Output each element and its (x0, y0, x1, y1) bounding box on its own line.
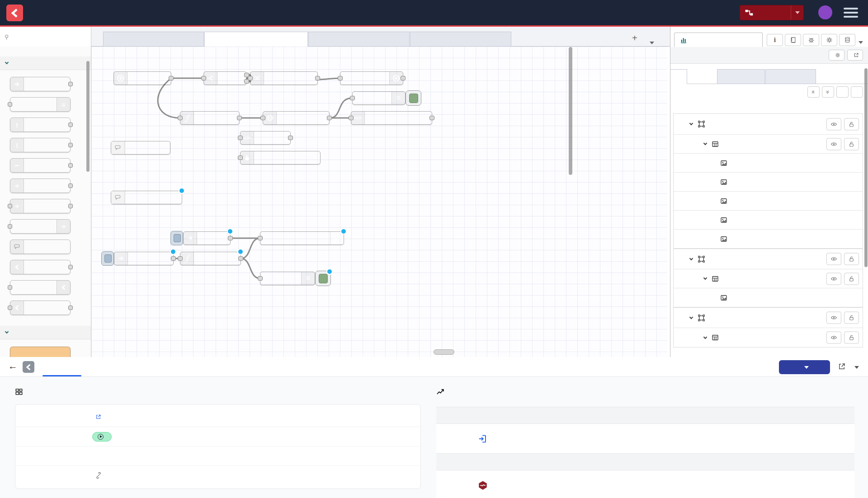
chain-link-icon[interactable] (95, 472, 102, 479)
tree-widget-template[interactable] (674, 173, 863, 192)
add-flow-button[interactable]: + (632, 33, 637, 43)
node-debug-9[interactable]: ≡ (260, 272, 315, 285)
node-remaining-items[interactable] (260, 231, 344, 245)
sidebar-config-tab[interactable] (821, 34, 837, 46)
flow-list-button[interactable] (650, 38, 654, 46)
node-user-view-comment[interactable] (111, 141, 170, 155)
node-ui-event[interactable] (113, 71, 171, 85)
palette-node-link-in[interactable] (10, 179, 71, 193)
output-port[interactable] (228, 236, 233, 240)
node-add-new-task[interactable] (240, 151, 321, 164)
palette-node-complete[interactable]: ! (10, 117, 71, 132)
visibility-button[interactable] (826, 332, 841, 344)
tab-theming[interactable] (717, 69, 765, 84)
flow-tab-flow1[interactable] (103, 32, 204, 47)
chevron-down-icon[interactable] (703, 141, 707, 145)
palette-node-comment[interactable] (10, 240, 71, 254)
edit-settings-button[interactable] (829, 50, 844, 61)
flow-canvas[interactable]: ≡ ƒ </> </> (91, 47, 667, 357)
sidebar-info-tab[interactable]: i (767, 34, 783, 46)
visibility-button[interactable] (826, 312, 841, 324)
deploy-dropdown-button[interactable] (791, 5, 803, 20)
node-switch[interactable] (203, 71, 247, 85)
node-admin-view-comment[interactable] (111, 191, 182, 204)
palette-scrollbar[interactable] (86, 61, 90, 172)
palette-node-link-out[interactable] (10, 219, 71, 234)
output-port[interactable] (237, 116, 242, 120)
chevron-down-icon[interactable] (689, 122, 693, 125)
tree-widget-text[interactable] (674, 192, 863, 211)
node-set-msg-payload[interactable] (250, 71, 318, 85)
input-port[interactable] (350, 96, 355, 100)
output-port[interactable] (429, 116, 434, 120)
tab-dashboard-2[interactable] (674, 33, 763, 47)
output-port[interactable] (238, 256, 243, 261)
sidebar-help-tab[interactable] (785, 34, 801, 46)
canvas-vertical-scrollbar[interactable] (569, 47, 572, 175)
expand-all-button[interactable]: » (822, 86, 834, 98)
input-port[interactable] (338, 76, 343, 80)
visibility-button[interactable] (826, 272, 841, 285)
canvas-horizontal-scrollbar[interactable] (434, 349, 454, 355)
input-port[interactable] (248, 76, 253, 80)
tree-group-form[interactable] (674, 135, 863, 154)
palette-node-debug[interactable]: ≡ (10, 97, 71, 112)
add-page-button[interactable] (851, 86, 863, 98)
sidebar-more-button[interactable] (859, 38, 863, 46)
input-port[interactable] (260, 116, 265, 120)
open-editor-icon[interactable] (838, 362, 846, 372)
activity-event-row[interactable] (436, 424, 854, 454)
tree-widget-radio-group[interactable] (674, 211, 863, 230)
lock-button[interactable] (844, 312, 859, 324)
flow-tab-multi-user-demo[interactable] (204, 32, 308, 47)
input-port[interactable] (258, 276, 263, 281)
input-port[interactable] (178, 116, 183, 120)
flow-tab-custom-forms[interactable] (410, 32, 511, 47)
deploy-button[interactable] (740, 5, 804, 20)
output-port[interactable] (327, 116, 332, 120)
node-clear-inject[interactable] (183, 231, 231, 245)
tree-widget-select-option[interactable] (674, 154, 863, 173)
palette-node-project-out[interactable] (10, 280, 71, 295)
actions-button[interactable] (779, 360, 830, 374)
input-port[interactable] (258, 236, 263, 240)
add-link-button[interactable] (836, 86, 849, 98)
palette-node-link-call[interactable] (10, 199, 71, 213)
palette-section-function[interactable] (0, 326, 91, 339)
palette-node-project-in[interactable] (10, 260, 71, 274)
filter-nodes-input[interactable] (12, 33, 80, 40)
node-timestamp-inject[interactable] (114, 252, 174, 265)
lock-button[interactable] (844, 272, 859, 285)
tab-layout[interactable] (670, 69, 687, 84)
visibility-button[interactable] (826, 253, 841, 265)
palette-node-catch[interactable]: ! (10, 138, 71, 152)
input-port[interactable] (178, 256, 183, 261)
back-arrow-button[interactable]: ← (8, 361, 18, 371)
chevron-down-icon[interactable] (689, 256, 693, 260)
sidebar-debug-tab[interactable] (803, 34, 819, 46)
sidebar-scrollbar[interactable] (864, 68, 868, 267)
tree-widget-submit[interactable] (674, 230, 863, 249)
output-port[interactable] (401, 76, 406, 80)
input-port[interactable] (201, 76, 206, 80)
tab-client-data[interactable] (765, 69, 816, 84)
lock-button[interactable] (844, 253, 859, 265)
output-port[interactable] (315, 76, 320, 80)
open-dashboard-button[interactable] (847, 50, 863, 61)
node-ui-control[interactable] (340, 71, 403, 85)
main-menu-button[interactable] (844, 8, 858, 18)
palette-node-inject[interactable] (10, 77, 71, 91)
palette-node-partial[interactable] (10, 347, 71, 357)
inject-button[interactable] (101, 251, 114, 266)
user-avatar[interactable] (818, 5, 832, 19)
chevron-down-icon[interactable] (689, 315, 693, 319)
tree-group-my-group[interactable] (674, 269, 863, 288)
tree-page-custom-form-submission[interactable] (674, 114, 863, 135)
input-port[interactable] (349, 116, 354, 120)
tree-group-profile-welcome[interactable] (674, 328, 863, 347)
visibility-button[interactable] (826, 118, 841, 130)
tree-page-page-1[interactable] (674, 249, 863, 269)
flowfuse-logo-icon[interactable] (6, 5, 23, 21)
sidebar-context-tab[interactable] (839, 34, 855, 46)
palette-node-project-call[interactable] (10, 301, 71, 315)
